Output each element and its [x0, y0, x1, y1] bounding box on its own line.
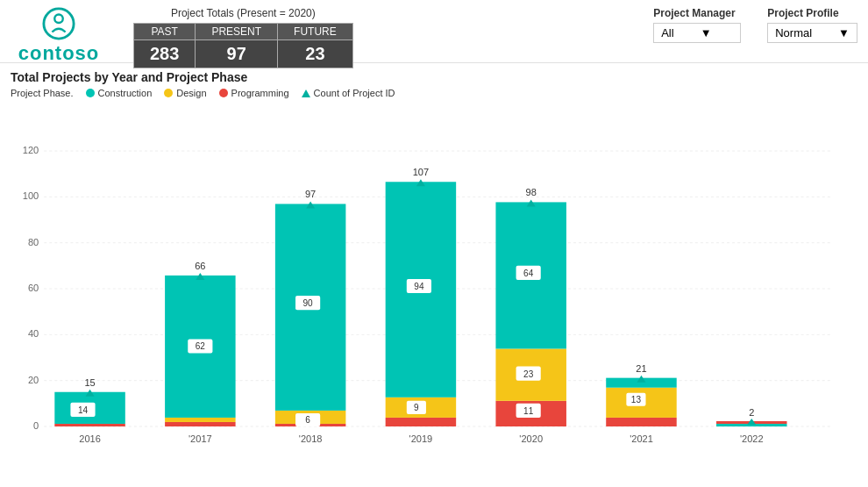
svg-text:15: 15: [84, 377, 95, 388]
svg-text:120: 120: [23, 145, 39, 155]
bar-2020[interactable]: 98 11 23 64 '2020: [495, 187, 566, 444]
legend-phase-label: Project Phase.: [11, 88, 74, 98]
svg-point-1: [54, 15, 63, 24]
svg-text:66: 66: [195, 261, 205, 271]
count-triangle: [302, 90, 310, 97]
legend-count: Count of Project ID: [302, 88, 395, 98]
logo-text: contoso: [18, 42, 100, 65]
svg-text:11: 11: [523, 406, 534, 416]
svg-text:90: 90: [303, 298, 314, 308]
logo-icon: [42, 7, 75, 40]
svg-text:'2020: '2020: [519, 433, 543, 444]
svg-text:'2022: '2022: [740, 433, 764, 444]
construction-label: Construction: [98, 88, 153, 98]
bar-2021[interactable]: 21 13 '2021: [606, 363, 677, 445]
svg-text:64: 64: [523, 269, 534, 278]
svg-text:'2021: '2021: [630, 433, 653, 444]
totals-table: PAST PRESENT FUTURE 283 97 23: [133, 23, 353, 68]
project-profile-filter: Project Profile Normal ▼: [767, 7, 857, 43]
svg-rect-24: [165, 422, 236, 426]
legend-design: Design: [164, 88, 206, 98]
legend: Project Phase. Construction Design Progr…: [11, 88, 857, 98]
svg-text:'2017: '2017: [189, 433, 212, 444]
bar-2022[interactable]: 2 '2022: [716, 407, 787, 444]
svg-text:9: 9: [414, 403, 419, 412]
programming-label: Programming: [231, 88, 289, 98]
svg-text:14: 14: [78, 405, 89, 415]
totals-val-past: 283: [134, 40, 196, 68]
svg-text:13: 13: [631, 395, 642, 405]
svg-text:20: 20: [28, 375, 39, 385]
project-manager-filter: Project Manager All ▼: [653, 7, 741, 43]
svg-text:80: 80: [28, 237, 39, 247]
totals-col-present: PRESENT: [196, 24, 278, 40]
svg-text:21: 21: [636, 363, 646, 374]
svg-text:60: 60: [28, 283, 39, 293]
project-totals: Project Totals (Present = 2020) PAST PRE…: [133, 7, 353, 68]
logo-area: contoso: [11, 7, 107, 65]
svg-rect-64: [606, 418, 677, 426]
bar-2017[interactable]: 66 62 '2017: [165, 261, 236, 444]
svg-rect-42: [386, 418, 457, 426]
chart-container: Total Projects by Year and Project Phase…: [0, 63, 868, 474]
svg-text:'2018: '2018: [299, 433, 323, 444]
svg-text:2016: 2016: [79, 433, 101, 444]
svg-text:94: 94: [414, 282, 424, 291]
totals-col-future: FUTURE: [278, 24, 353, 40]
svg-text:40: 40: [28, 328, 39, 339]
svg-text:98: 98: [526, 187, 537, 197]
svg-text:100: 100: [23, 190, 39, 201]
header: contoso Project Totals (Present = 2020) …: [0, 0, 868, 63]
filter-area: Project Manager All ▼ Project Profile No…: [653, 7, 857, 43]
bar-2019[interactable]: 107 9 94 '2019: [386, 167, 457, 444]
bar-2016[interactable]: 15 14 2016: [54, 377, 125, 444]
design-dot: [164, 89, 173, 97]
svg-rect-17: [54, 424, 125, 426]
project-profile-label: Project Profile: [767, 7, 857, 19]
totals-col-past: PAST: [134, 24, 196, 40]
svg-text:62: 62: [196, 341, 206, 351]
programming-dot: [219, 89, 228, 97]
totals-val-present: 97: [196, 40, 278, 68]
svg-text:'2019: '2019: [409, 433, 433, 444]
project-manager-value: All: [661, 26, 673, 39]
svg-rect-25: [165, 418, 236, 422]
chart-title: Total Projects by Year and Project Phase: [11, 70, 857, 84]
svg-text:23: 23: [523, 369, 534, 379]
project-manager-label: Project Manager: [653, 7, 741, 19]
legend-construction: Construction: [86, 88, 153, 98]
project-manager-select[interactable]: All ▼: [653, 23, 741, 43]
project-profile-value: Normal: [775, 26, 812, 39]
project-manager-chevron: ▼: [701, 26, 712, 39]
design-label: Design: [176, 88, 206, 98]
svg-text:107: 107: [413, 167, 429, 177]
construction-dot: [86, 89, 95, 97]
svg-text:2: 2: [749, 407, 754, 418]
count-label: Count of Project ID: [314, 88, 395, 98]
project-profile-chevron: ▼: [838, 26, 850, 39]
svg-text:97: 97: [305, 189, 316, 199]
legend-programming: Programming: [219, 88, 289, 98]
bar-2018[interactable]: 97 6 90 '2018: [275, 189, 346, 444]
svg-text:0: 0: [33, 420, 39, 431]
project-totals-title: Project Totals (Present = 2020): [171, 7, 316, 19]
bar-chart: 120 100 80 60 40 20 0: [11, 102, 857, 470]
chart-svg-wrapper: 120 100 80 60 40 20 0: [11, 102, 857, 470]
svg-text:6: 6: [305, 415, 310, 425]
project-profile-select[interactable]: Normal ▼: [767, 23, 857, 43]
totals-val-future: 23: [278, 40, 353, 68]
